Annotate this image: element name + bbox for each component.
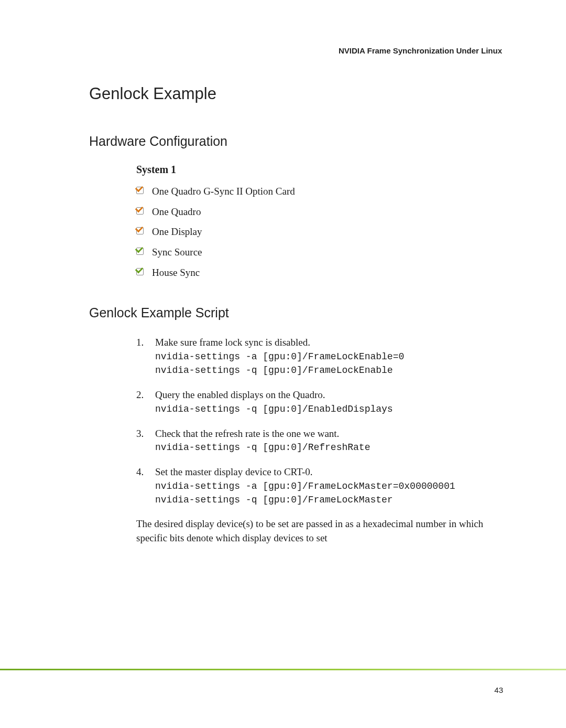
footer-divider — [0, 669, 566, 670]
checkbox-icon — [136, 268, 145, 276]
section-heading-script: Genlock Example Script — [89, 305, 514, 320]
list-item: One Display — [136, 226, 514, 239]
code-block: nvidia-settings -a [gpu:0]/FrameLockMast… — [155, 479, 514, 507]
code-block: nvidia-settings -q [gpu:0]/EnabledDispla… — [155, 402, 514, 416]
system-label: System 1 — [136, 164, 514, 176]
checkbox-icon — [136, 207, 145, 216]
hardware-bullet-list: One Quadro G-Sync II Option Card One Qua… — [136, 185, 514, 279]
list-item: Query the enabled displays on the Quadro… — [136, 388, 514, 416]
step-text: Query the enabled displays on the Quadro… — [155, 389, 325, 400]
step-text: Check that the refresh rate is the one w… — [155, 428, 339, 439]
bullet-text: One Display — [152, 226, 202, 237]
checkbox-icon — [136, 227, 145, 235]
running-head: NVIDIA Frame Synchronization Under Linux — [89, 46, 514, 55]
page-number: 43 — [494, 686, 503, 694]
list-item: Make sure frame lock sync is disabled. n… — [136, 335, 514, 377]
checkbox-icon — [136, 248, 145, 256]
bullet-text: One Quadro — [152, 206, 201, 217]
bullet-text: House Sync — [152, 267, 200, 278]
page-title: Genlock Example — [89, 84, 514, 103]
checkbox-icon — [136, 187, 145, 195]
list-item: One Quadro — [136, 206, 514, 219]
step-text: Set the master display device to CRT-0. — [155, 466, 313, 477]
script-steps-list: Make sure frame lock sync is disabled. n… — [136, 335, 514, 507]
list-item: House Sync — [136, 266, 514, 280]
code-block: nvidia-settings -q [gpu:0]/RefreshRate — [155, 441, 514, 454]
list-item: One Quadro G-Sync II Option Card — [136, 185, 514, 198]
list-item: Check that the refresh rate is the one w… — [136, 426, 514, 455]
list-item: Sync Source — [136, 246, 514, 259]
list-item: Set the master display device to CRT-0. … — [136, 465, 514, 507]
bullet-text: Sync Source — [152, 247, 202, 258]
section-heading-hardware: Hardware Configuration — [89, 134, 514, 149]
code-block: nvidia-settings -a [gpu:0]/FrameLockEnab… — [155, 350, 514, 377]
closing-paragraph: The desired display device(s) to be set … — [136, 517, 514, 545]
step-text: Make sure frame lock sync is disabled. — [155, 337, 310, 348]
bullet-text: One Quadro G-Sync II Option Card — [152, 186, 295, 197]
